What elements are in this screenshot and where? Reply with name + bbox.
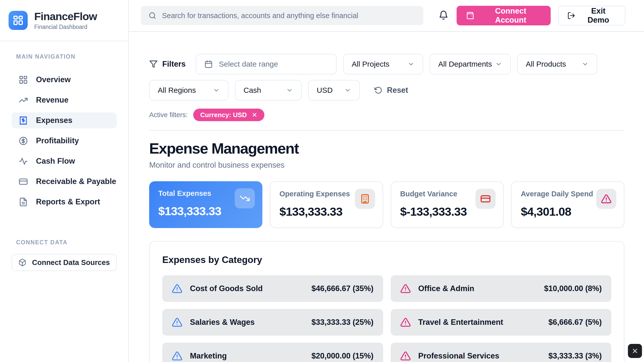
category-value: $33,333.33 (25%) — [311, 318, 373, 327]
stat-card-budget-variance[interactable]: Budget Variance $-133,333.33 — [391, 181, 504, 228]
chip-label: Currency: USD — [200, 111, 247, 119]
projects-filter-select[interactable]: All Projects — [343, 54, 423, 74]
category-label: Professional Services — [418, 351, 541, 360]
departments-filter-value: All Departments — [438, 60, 492, 68]
wallet-icon — [466, 11, 475, 20]
chevron-down-icon — [344, 87, 351, 94]
chevron-down-icon — [213, 87, 220, 94]
category-row-marketing[interactable]: Marketing $20,000.00 (15%) — [162, 343, 383, 362]
credit-card-icon — [19, 177, 28, 186]
sidebar-item-profitability[interactable]: Profitability — [12, 133, 117, 149]
sidebar-item-reports-export[interactable]: Reports & Export — [12, 194, 117, 210]
category-grid: Cost of Goods Sold $46,666.67 (35%) Offi… — [162, 275, 611, 362]
bell-icon — [438, 10, 449, 20]
sidebar: FinanceFlow Financial Dashboard MAIN NAV… — [0, 0, 129, 362]
currency-filter-select[interactable]: USD — [308, 80, 360, 101]
search-bar[interactable] — [141, 6, 423, 25]
logout-icon — [567, 11, 575, 20]
category-label: Salaries & Wages — [190, 318, 304, 327]
trending-up-icon — [19, 96, 28, 105]
alert-triangle-icon — [596, 189, 616, 209]
alert-triangle-icon — [400, 317, 411, 328]
connect-data-sources-button[interactable]: Connect Data Sources — [12, 254, 117, 271]
alert-triangle-icon — [172, 283, 182, 294]
close-icon: ✕ — [632, 347, 638, 355]
chevron-down-icon — [495, 61, 502, 68]
category-label: Office & Admin — [418, 284, 537, 293]
sidebar-item-label: Expenses — [36, 116, 72, 125]
basis-filter-value: Cash — [244, 86, 261, 95]
category-value: $3,333.33 (3%) — [548, 351, 602, 360]
sidebar-item-revenue[interactable]: Revenue — [12, 92, 117, 108]
sidebar-item-label: Receivable & Payable — [36, 177, 116, 186]
products-filter-select[interactable]: All Products — [517, 54, 597, 74]
filters-title-label: Filters — [162, 60, 186, 69]
basis-filter-select[interactable]: Cash — [235, 80, 302, 101]
connect-account-button[interactable]: Connect Account — [457, 6, 551, 25]
currency-filter-value: USD — [317, 86, 333, 95]
stat-card-operating-expenses[interactable]: Operating Expenses $133,333.33 — [270, 181, 383, 228]
reset-filters-button[interactable]: Reset — [374, 86, 408, 95]
category-row-travel-entertainment[interactable]: Travel & Entertainment $6,666.67 (5%) — [391, 309, 612, 336]
chevron-down-icon — [286, 87, 293, 94]
sidebar-item-receivable-payable[interactable]: Receivable & Payable — [12, 173, 117, 190]
nav-section-label: MAIN NAVIGATION — [12, 53, 117, 60]
active-filters-row: Active filters: Currency: USD ✕ — [149, 109, 624, 121]
filters-row-2: All Regions Cash USD Reset — [149, 80, 624, 101]
category-row-office-admin[interactable]: Office & Admin $10,000.00 (8%) — [391, 275, 612, 302]
category-label: Travel & Entertainment — [418, 318, 541, 327]
alert-triangle-icon — [172, 317, 182, 328]
main-navigation: Overview Revenue Expenses Profitability … — [12, 72, 117, 210]
expenses-by-category-panel: Expenses by Category Cost of Goods Sold … — [149, 241, 624, 362]
projects-filter-value: All Projects — [352, 60, 389, 68]
active-filter-chip-currency[interactable]: Currency: USD ✕ — [193, 109, 264, 121]
chip-remove-icon[interactable]: ✕ — [252, 111, 257, 119]
main-column: Connect Account Exit Demo Filters Select… — [129, 0, 644, 362]
activity-pulse-icon — [19, 157, 28, 166]
topbar: Connect Account Exit Demo — [129, 0, 644, 32]
date-range-input[interactable]: Select date range — [196, 54, 337, 74]
sidebar-item-expenses[interactable]: Expenses — [12, 112, 117, 128]
cube-icon — [18, 258, 26, 266]
exit-demo-label: Exit Demo — [580, 7, 616, 25]
brand-tagline: Financial Dashboard — [34, 24, 97, 30]
sidebar-item-label: Overview — [36, 75, 71, 84]
brand-name: FinanceFlow — [34, 10, 97, 23]
sidebar-item-cash-flow[interactable]: Cash Flow — [12, 153, 117, 169]
file-text-icon — [19, 197, 28, 207]
close-overlay-button[interactable]: ✕ — [628, 344, 642, 358]
page-subtitle: Monitor and control business expenses — [149, 161, 624, 170]
rotate-ccw-icon — [374, 86, 382, 94]
exit-demo-button[interactable]: Exit Demo — [558, 6, 625, 25]
brand: FinanceFlow Financial Dashboard — [0, 0, 128, 41]
connect-account-label: Connect Account — [480, 7, 541, 25]
trending-down-icon — [235, 188, 255, 208]
stat-card-total-expenses[interactable]: Total Expenses $133,333.33 — [149, 181, 262, 228]
section-divider — [149, 130, 624, 131]
notifications-bell-button[interactable] — [438, 10, 449, 21]
brand-logo-icon — [9, 11, 28, 30]
regions-filter-select[interactable]: All Regions — [149, 80, 228, 101]
category-row-cost-of-goods-sold[interactable]: Cost of Goods Sold $46,666.67 (35%) — [162, 275, 383, 302]
page-title: Expense Management — [149, 140, 624, 157]
connect-data-sources-label: Connect Data Sources — [32, 258, 110, 267]
connect-data-section-label: CONNECT DATA — [12, 239, 117, 246]
category-row-salaries-wages[interactable]: Salaries & Wages $33,333.33 (25%) — [162, 309, 383, 336]
sidebar-item-overview[interactable]: Overview — [12, 72, 117, 88]
category-row-professional-services[interactable]: Professional Services $3,333.33 (3%) — [391, 343, 612, 362]
filters-row-1: Filters Select date range All Projects A… — [149, 54, 624, 74]
alert-triangle-icon — [400, 283, 411, 294]
category-value: $46,666.67 (35%) — [311, 284, 373, 293]
search-input[interactable] — [162, 12, 416, 20]
sidebar-item-label: Reports & Export — [36, 197, 100, 206]
receipt-icon — [19, 116, 28, 125]
content-area: Filters Select date range All Projects A… — [129, 32, 644, 362]
departments-filter-select[interactable]: All Departments — [430, 54, 511, 74]
category-label: Marketing — [190, 351, 304, 360]
credit-card-icon — [475, 189, 496, 209]
calendar-icon — [204, 60, 213, 68]
chevron-down-icon — [582, 61, 589, 68]
dashboard-grid-icon — [19, 75, 28, 84]
category-value: $10,000.00 (8%) — [544, 284, 602, 293]
stat-card-average-daily-spend[interactable]: Average Daily Spend $4,301.08 — [511, 181, 624, 228]
